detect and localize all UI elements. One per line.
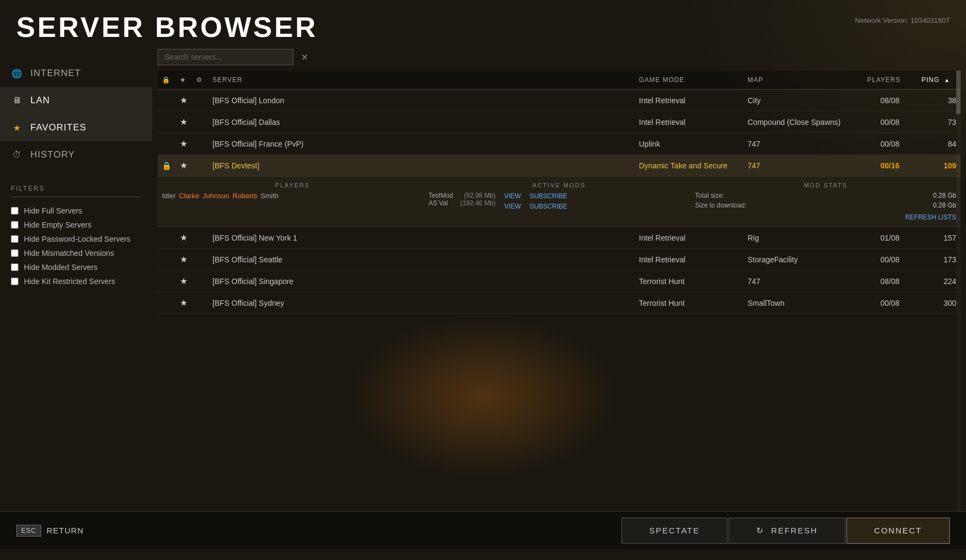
scrollbar-thumb[interactable] (956, 71, 961, 114)
mod-stats: MOD STATS Total size: 0.28 Gb Size to do… (695, 182, 956, 221)
table-row[interactable]: ★ [BFS Official] New York 1 Intel Retrie… (158, 227, 961, 249)
table-row[interactable]: ★ [BFS Official] Seattle Intel Retrieval… (158, 249, 961, 270)
col-header-players[interactable]: PLAYERS (863, 71, 917, 90)
row-lock-7 (158, 270, 175, 292)
row-name-7: [BFS Official] Singapore (208, 270, 635, 292)
expanded-cell: PLAYERS Idler Clarke Johnson Roberts Smi… (158, 177, 961, 227)
row-extra-6 (192, 249, 208, 270)
filters-section: FILTERS Hide Full Servers Hide Empty Ser… (0, 185, 152, 288)
spectate-button[interactable]: SPECTATE (622, 518, 727, 544)
row-star-8[interactable]: ★ (175, 292, 192, 314)
server-name-text: [BFS Official] New York 1 (212, 234, 297, 242)
row-gamemode-2: Intel Retrieval (635, 111, 743, 133)
filter-hide-modded-checkbox[interactable] (11, 263, 18, 271)
filter-hide-password[interactable]: Hide Password-Locked Servers (11, 232, 141, 246)
row-star-2[interactable]: ★ (175, 111, 192, 133)
table-row[interactable]: ★ [BFS Official] Dallas Intel Retrieval … (158, 111, 961, 133)
row-lock-6 (158, 249, 175, 270)
view-mod-btn[interactable]: VIEW (504, 203, 521, 210)
table-container: 🔒 ★ ⚙ SERVER GAME MODE MAP PLAYERS (158, 71, 961, 511)
player-name: Roberts (233, 192, 258, 200)
subscribe-mod-btn[interactable]: SUBSCRIBE (530, 203, 567, 210)
filter-hide-full-label: Hide Full Servers (24, 206, 82, 215)
col-header-map[interactable]: MAP (743, 71, 863, 90)
row-ping-5: 157 (917, 227, 961, 249)
main-layout: 🌐 Internet 🖥 LAN ★ Favorites ⏱ History F… (0, 49, 966, 511)
mod-actions-row: VIEW (504, 202, 521, 210)
row-star-7[interactable]: ★ (175, 270, 192, 292)
filter-hide-kit[interactable]: Hide Kit Restricted Servers (11, 274, 141, 288)
table-row[interactable]: ★ [BFS Official] Sydney Terrorist Hunt S… (158, 292, 961, 314)
refresh-lists-btn[interactable]: REFRESH LISTS (695, 213, 956, 221)
filter-hide-mismatch[interactable]: Hide Mismatched Versions (11, 246, 141, 260)
filter-hide-full-checkbox[interactable] (11, 207, 18, 215)
row-gamemode-3: Uplink (635, 133, 743, 155)
table-row[interactable]: ★ [BFS Official] France (PvP) Uplink 747… (158, 133, 961, 155)
download-val: 0.28 Gb (933, 202, 956, 209)
table-row[interactable]: ★ [BFS Official] Singapore Terrorist Hun… (158, 270, 961, 292)
view-mod-btn[interactable]: VIEW (504, 192, 521, 200)
server-name-text: [BFS Official] Sydney (212, 299, 284, 307)
row-gamemode-4: Dynamic Take and Secure (635, 155, 743, 177)
table-row[interactable]: 🔒 ★ [BFS Devtest] Dynamic Take and Secur… (158, 155, 961, 177)
row-ping-6: 173 (917, 249, 961, 270)
lan-icon: 🖥 (11, 95, 23, 106)
filter-hide-full[interactable]: Hide Full Servers (11, 204, 141, 218)
mod-sub-row: SUBSCRIBE (530, 202, 567, 210)
search-input[interactable] (158, 49, 293, 65)
history-icon: ⏱ (11, 149, 23, 161)
sidebar-item-history[interactable]: ⏱ History (0, 141, 152, 168)
col-header-lock[interactable]: 🔒 (158, 71, 175, 90)
row-name-6: [BFS Official] Seattle (208, 249, 635, 270)
row-extra-2 (192, 111, 208, 133)
filter-hide-password-checkbox[interactable] (11, 235, 18, 243)
filter-hide-modded[interactable]: Hide Modded Servers (11, 260, 141, 274)
page-title: SERVER BROWSER (16, 11, 318, 43)
sidebar-item-internet[interactable]: 🌐 Internet (0, 60, 152, 87)
search-clear-button[interactable]: ✕ (298, 51, 311, 64)
row-lock-8 (158, 292, 175, 314)
col-header-filter[interactable]: ⚙ (192, 71, 208, 90)
col-header-gamemode[interactable]: GAME MODE (635, 71, 743, 90)
row-star-5[interactable]: ★ (175, 227, 192, 249)
row-ping-3: 84 (917, 133, 961, 155)
row-ping-7: 224 (917, 270, 961, 292)
filter-hide-kit-checkbox[interactable] (11, 278, 18, 285)
col-header-server[interactable]: SERVER (208, 71, 635, 90)
row-ping-8: 300 (917, 292, 961, 314)
server-table: 🔒 ★ ⚙ SERVER GAME MODE MAP PLAYERS (158, 71, 961, 314)
table-row[interactable]: ★ [BFS Official] London Intel Retrieval … (158, 90, 961, 111)
mods-list: TestMod (92.98 Mb) AS Val (192.46 Mb) (429, 192, 495, 210)
row-star-6[interactable]: ★ (175, 249, 192, 270)
player-name: Clarke (179, 192, 199, 200)
filters-label: FILTERS (11, 185, 141, 197)
mod-size: (92.98 Mb) (464, 192, 495, 199)
row-star-3[interactable]: ★ (175, 133, 192, 155)
refresh-button[interactable]: ↻ REFRESH (729, 518, 845, 544)
scrollbar-track[interactable] (956, 71, 961, 511)
filter-hide-empty[interactable]: Hide Empty Servers (11, 218, 141, 232)
row-extra-4 (192, 155, 208, 177)
row-star-4[interactable]: ★ (175, 155, 192, 177)
subscribe-mod-btn[interactable]: SUBSCRIBE (530, 192, 567, 200)
sidebar-item-favorites[interactable]: ★ Favorites (0, 114, 152, 141)
col-header-ping[interactable]: PING ▲ (917, 71, 961, 90)
filter-hide-mismatch-label: Hide Mismatched Versions (24, 249, 114, 257)
server-tbody: ★ [BFS Official] London Intel Retrieval … (158, 90, 961, 314)
sidebar-item-lan[interactable]: 🖥 LAN (0, 87, 152, 114)
server-name-text: [BFS Official] France (PvP) (212, 140, 304, 148)
connect-button[interactable]: CONNECT (846, 518, 950, 544)
col-header-star[interactable]: ★ (175, 71, 192, 90)
row-star-1[interactable]: ★ (175, 90, 192, 111)
row-map-1: City (743, 90, 863, 111)
row-map-5: Rig (743, 227, 863, 249)
filter-hide-empty-checkbox[interactable] (11, 221, 18, 229)
return-button[interactable]: Esc Return (16, 525, 84, 537)
row-ping-4: 109 (917, 155, 961, 177)
sort-arrow-icon: ▲ (944, 77, 950, 83)
view-actions: VIEW VIEW (504, 192, 521, 210)
filter-hide-mismatch-checkbox[interactable] (11, 249, 18, 257)
row-players-8: 00/08 (863, 292, 917, 314)
row-name-2: [BFS Official] Dallas (208, 111, 635, 133)
sidebar-item-internet-label: Internet (30, 68, 81, 79)
